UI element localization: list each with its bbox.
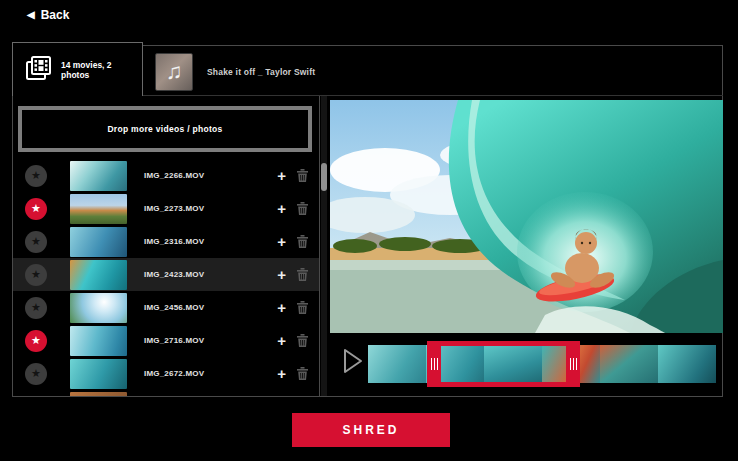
star-toggle[interactable]: ★ <box>25 363 47 385</box>
film-frames-icon <box>25 55 52 85</box>
dropzone[interactable]: Drop more videos / photos <box>18 106 312 152</box>
trash-icon[interactable] <box>296 333 309 348</box>
clip-row-actions: + <box>277 267 319 282</box>
star-toggle[interactable]: ★ <box>25 297 47 319</box>
clip-list: ★ IMG_2266.MOV + ★ IMG_2273.MOV + <box>13 159 319 396</box>
clip-filename: IMG_2273.MOV <box>144 204 204 213</box>
tab-music-track[interactable]: ♫ Shake it off _ Taylor Swift <box>155 52 315 92</box>
add-clip-icon[interactable]: + <box>277 234 286 249</box>
clip-filename: IMG_2266.MOV <box>144 171 204 180</box>
clip-filename: IMG_2672.MOV <box>144 369 204 378</box>
filmstrip-frame <box>368 345 426 383</box>
clip-row-actions: + <box>277 300 319 315</box>
music-note-icon: ♫ <box>155 53 193 91</box>
filmstrip-frame <box>658 345 716 383</box>
trash-icon[interactable] <box>296 267 309 282</box>
clip-row-actions: + <box>277 333 319 348</box>
dropzone-label: Drop more videos / photos <box>107 124 222 134</box>
star-toggle[interactable]: ★ <box>25 396 47 397</box>
tab-media-clips[interactable]: 14 movies, 2 photos <box>12 42 143 96</box>
clip-thumbnail <box>70 194 127 224</box>
clip-filename: IMG_2456.MOV <box>144 303 204 312</box>
shred-button[interactable]: SHRED <box>292 413 450 447</box>
filmstrip-frame <box>600 345 658 383</box>
scrollbar-thumb[interactable] <box>321 163 327 191</box>
trash-icon[interactable] <box>296 201 309 216</box>
trash-icon[interactable] <box>296 168 309 183</box>
trash-icon[interactable] <box>296 234 309 249</box>
clip-thumbnail <box>70 359 127 389</box>
clip-library-panel: Drop more videos / photos ★ IMG_2266.MOV… <box>13 96 320 396</box>
back-button[interactable]: ◀ Back <box>27 8 69 22</box>
clip-filename: IMG_2716.MOV <box>144 336 204 345</box>
clip-row-actions: + <box>277 366 319 381</box>
play-button[interactable] <box>342 347 364 375</box>
add-clip-icon[interactable]: + <box>277 201 286 216</box>
tab-music-label: Shake it off _ Taylor Swift <box>207 67 315 77</box>
play-triangle-icon <box>345 350 361 372</box>
back-arrow-icon: ◀ <box>27 10 35 20</box>
clip-thumbnail <box>70 161 127 191</box>
clip-row-actions: + <box>277 234 319 249</box>
clip-row[interactable]: ★ IMG_2456.MOV + <box>13 291 319 324</box>
add-clip-icon[interactable]: + <box>277 333 286 348</box>
trash-icon[interactable] <box>296 366 309 381</box>
add-clip-icon[interactable]: + <box>277 267 286 282</box>
clip-thumbnail <box>70 326 127 356</box>
clip-filename: IMG_2423.MOV <box>144 270 204 279</box>
clip-row[interactable]: ★ IMG_2273.MOV + <box>13 192 319 225</box>
clip-row[interactable]: ★ IMG_2423.MOV + <box>13 258 319 291</box>
add-clip-icon[interactable]: + <box>277 366 286 381</box>
star-toggle[interactable]: ★ <box>25 231 47 253</box>
clip-thumbnail <box>70 260 127 290</box>
app-root: ◀ Back 14 movies, 2 photos ♫ Shake it of… <box>0 0 738 461</box>
clip-thumbnail <box>70 392 127 397</box>
clip-thumbnail <box>70 227 127 257</box>
star-toggle[interactable]: ★ <box>25 264 47 286</box>
clip-row[interactable]: ★ IMG_2716.MOV + <box>13 324 319 357</box>
trim-selection[interactable] <box>427 341 580 387</box>
video-preview[interactable] <box>330 100 723 333</box>
clip-row-actions: + <box>277 201 319 216</box>
tab-media-label: 14 movies, 2 photos <box>61 60 142 80</box>
add-clip-icon[interactable]: + <box>277 168 286 183</box>
clip-list-scrollbar[interactable] <box>321 96 327 396</box>
wave-surfer-image <box>330 100 723 333</box>
add-clip-icon[interactable]: + <box>277 300 286 315</box>
star-toggle[interactable]: ★ <box>25 330 47 352</box>
back-label: Back <box>41 8 70 22</box>
clip-filename: IMG_2316.MOV <box>144 237 204 246</box>
clip-row[interactable]: ★ IMG_2672.MOV + <box>13 357 319 390</box>
star-toggle[interactable]: ★ <box>25 198 47 220</box>
clip-thumbnail <box>70 293 127 323</box>
clip-row[interactable]: ★ + <box>13 390 319 396</box>
trash-icon[interactable] <box>296 300 309 315</box>
trim-handle-left[interactable] <box>427 346 441 382</box>
star-toggle[interactable]: ★ <box>25 165 47 187</box>
clip-row[interactable]: ★ IMG_2266.MOV + <box>13 159 319 192</box>
trim-handle-right[interactable] <box>566 346 580 382</box>
clip-row-actions: + <box>277 168 319 183</box>
clip-row[interactable]: ★ IMG_2316.MOV + <box>13 225 319 258</box>
